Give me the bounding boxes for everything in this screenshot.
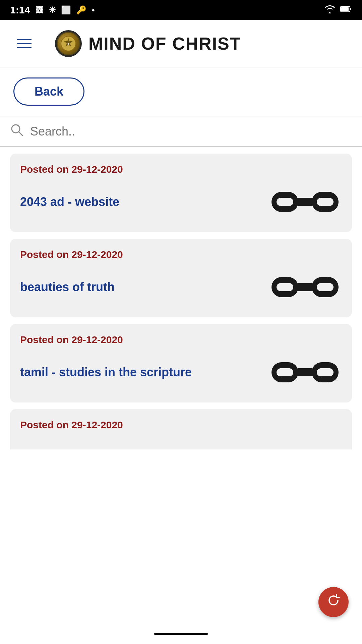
app-logo-inner: ✝	[57, 32, 80, 55]
post-date-2: Posted on 29-12-2020	[20, 249, 342, 260]
search-section	[0, 116, 362, 147]
svg-rect-2	[341, 7, 349, 11]
dot-icon: •	[92, 5, 95, 15]
svg-rect-8	[277, 198, 293, 206]
refresh-icon	[325, 592, 342, 612]
svg-rect-1	[350, 8, 351, 10]
link-icon-3	[268, 352, 342, 392]
battery-icon	[340, 4, 352, 16]
svg-line-6	[19, 132, 22, 136]
hamburger-line-1	[17, 39, 32, 40]
hamburger-line-3	[17, 47, 32, 48]
wifi-icon	[324, 4, 336, 16]
svg-rect-21	[298, 368, 312, 376]
post-card-3[interactable]: Posted on 29-12-2020 tamil - studies in …	[10, 324, 352, 402]
post-card-2[interactable]: Posted on 29-12-2020 beauties of truth	[10, 239, 352, 317]
svg-rect-15	[317, 283, 334, 291]
svg-rect-16	[298, 283, 312, 291]
posts-list: Posted on 29-12-2020 2043 ad - website P…	[0, 147, 362, 456]
back-section: Back	[0, 67, 362, 116]
svg-rect-13	[277, 283, 293, 291]
bottom-nav	[0, 624, 362, 644]
app-header: ✝ MIND OF CHRIST	[0, 20, 362, 67]
link-icon-2	[268, 267, 342, 307]
post-date-4: Posted on 29-12-2020	[20, 419, 342, 431]
search-input[interactable]	[30, 124, 352, 139]
svg-text:✝: ✝	[67, 42, 70, 46]
hamburger-button[interactable]	[13, 36, 35, 52]
fab-button[interactable]	[318, 587, 349, 617]
hamburger-line-2	[17, 43, 32, 44]
post-date-1: Posted on 29-12-2020	[20, 164, 342, 175]
post-date-3: Posted on 29-12-2020	[20, 334, 342, 345]
status-time: 1:14	[10, 4, 30, 16]
app-title: MIND OF CHRIST	[88, 34, 241, 54]
search-icon	[10, 123, 23, 140]
photo-icon: 🖼	[36, 5, 44, 15]
status-bar: 1:14 🖼 ✳ ⬜ 🔑 •	[0, 0, 362, 20]
post-card-4[interactable]: Posted on 29-12-2020	[10, 409, 352, 449]
bottom-indicator	[154, 633, 208, 635]
post-card-1[interactable]: Posted on 29-12-2020 2043 ad - website	[10, 154, 352, 232]
svg-rect-18	[277, 368, 293, 376]
post-title-2: beauties of truth	[20, 279, 115, 295]
svg-rect-11	[298, 198, 312, 206]
back-button[interactable]: Back	[13, 77, 84, 106]
header-center: ✝ MIND OF CHRIST	[55, 30, 241, 57]
app-logo: ✝	[55, 30, 82, 57]
post-title-1: 2043 ad - website	[20, 194, 119, 210]
link-icon-1	[268, 182, 342, 222]
key-icon: 🔑	[76, 5, 86, 15]
pinwheel-icon: ✳	[49, 5, 56, 15]
svg-rect-10	[317, 198, 334, 206]
svg-rect-20	[317, 368, 334, 376]
post-title-3: tamil - studies in the scripture	[20, 365, 192, 380]
square-icon: ⬜	[61, 5, 71, 15]
